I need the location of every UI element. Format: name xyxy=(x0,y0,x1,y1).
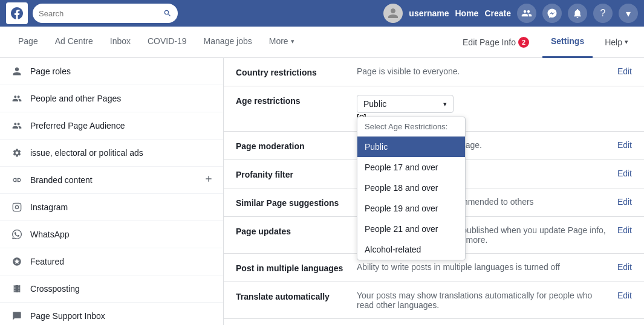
help-icon[interactable]: ? xyxy=(593,4,613,23)
top-navigation: username Home Create ? ▾ xyxy=(0,0,644,27)
settings-tab[interactable]: Settings xyxy=(542,27,593,58)
dropdown-option-people-19[interactable]: People 19 and over xyxy=(357,198,465,219)
sidebar-item-page-support-inbox[interactable]: Page Support Inbox xyxy=(0,303,223,325)
facebook-logo xyxy=(6,2,28,24)
settings-label-post-multiple-languages: Post in multiple languages xyxy=(236,262,357,273)
settings-edit-profanity-filter[interactable]: Edit xyxy=(608,169,632,178)
sidebar-item-instagram[interactable]: Instagram xyxy=(0,194,223,221)
sidebar-label-branded-content: Branded content xyxy=(30,175,93,185)
settings-value-post-multiple-languages: Ability to write posts in multiple langu… xyxy=(357,262,608,272)
sidebar-item-featured[interactable]: Featured xyxy=(0,248,223,275)
settings-edit-page-moderation[interactable]: Edit xyxy=(608,140,632,150)
sidebar-icon-instagram xyxy=(10,200,24,214)
dropdown-caret-icon: ▾ xyxy=(443,100,447,108)
settings-row-age-restrictions: Age restrictionsPublic▾[?]Select Age Res… xyxy=(224,86,644,132)
dropdown-option-people-17[interactable]: People 17 and over xyxy=(357,157,465,178)
nav-item-covid[interactable]: COVID-19 xyxy=(139,27,195,58)
sidebar-label-featured: Featured xyxy=(30,257,64,266)
dropdown-option-alcohol-related[interactable]: Alcohol-related xyxy=(357,239,465,260)
svg-point-1 xyxy=(15,205,18,208)
sidebar-icon-featured xyxy=(10,254,24,269)
nav-item-inbox[interactable]: Inbox xyxy=(102,27,139,58)
sidebar: Page rolesPeople and other PagesPreferre… xyxy=(0,58,224,325)
settings-edit-similar-page-suggestions[interactable]: Edit xyxy=(608,197,632,207)
sidebar-icon-people-other-pages xyxy=(10,91,24,106)
settings-edit-post-multiple-languages[interactable]: Edit xyxy=(608,262,632,272)
sidebar-item-issue-electoral[interactable]: issue, electoral or political ads xyxy=(0,140,223,167)
sidebar-label-preferred-page-audience: Preferred Page Audience xyxy=(30,121,125,130)
sidebar-icon-whatsapp xyxy=(10,227,24,242)
edit-page-button[interactable]: Edit Page Info 2 xyxy=(455,33,536,51)
content-area: Country restrictionsPage is visible to e… xyxy=(224,58,644,325)
friends-icon[interactable] xyxy=(517,4,536,23)
age-restrictions-dropdown-menu: Select Age Restrictions:PublicPeople 17 … xyxy=(357,117,466,260)
sidebar-icon-issue-electoral xyxy=(10,146,24,160)
dropdown-option-public[interactable]: Public xyxy=(357,137,465,157)
settings-label-profanity-filter: Profanity filter xyxy=(236,169,357,179)
main-layout: Page rolesPeople and other PagesPreferre… xyxy=(0,58,644,325)
sidebar-icon-crossposting xyxy=(10,282,24,296)
edit-page-badge: 2 xyxy=(518,37,529,48)
sidebar-label-whatsapp: WhatsApp xyxy=(30,230,70,239)
sidebar-label-crossposting: Crossposting xyxy=(30,284,80,294)
sidebar-label-page-support-inbox: Page Support Inbox xyxy=(30,311,105,321)
age-value-area: Public▾[?]Select Age Restrictions:Public… xyxy=(357,95,632,123)
settings-value-country-restrictions: Page is visible to everyone. xyxy=(357,66,608,76)
settings-table: Country restrictionsPage is visible to e… xyxy=(224,58,644,325)
dropdown-option-people-21[interactable]: People 21 and over xyxy=(357,219,465,239)
sidebar-item-page-roles[interactable]: Page roles xyxy=(0,58,223,85)
age-restrictions-label: Age restrictions xyxy=(236,95,357,106)
age-restrictions-dropdown[interactable]: Public▾ xyxy=(357,95,454,113)
notifications-icon[interactable] xyxy=(568,4,587,23)
settings-value-translate-automatically: Your posts may show translations automat… xyxy=(357,291,608,310)
nav-item-ad-centre[interactable]: Ad Centre xyxy=(47,27,102,58)
sidebar-icon-page-roles xyxy=(10,64,24,79)
settings-label-translate-automatically: Translate automatically xyxy=(236,291,357,301)
create-link[interactable]: Create xyxy=(484,8,511,18)
settings-label-similar-page-suggestions: Similar Page suggestions xyxy=(236,197,357,208)
sidebar-add-branded-content[interactable] xyxy=(204,174,213,187)
sidebar-item-branded-content[interactable]: Branded content xyxy=(0,167,223,194)
search-input[interactable] xyxy=(39,9,163,18)
page-navigation: Page Ad Centre Inbox COVID-19 Manage job… xyxy=(0,27,644,58)
sidebar-label-instagram: Instagram xyxy=(30,202,68,212)
more-chevron-icon: ▾ xyxy=(291,37,294,45)
account-chevron-icon[interactable]: ▾ xyxy=(619,4,638,23)
settings-row-translate-automatically: Translate automaticallyYour posts may sh… xyxy=(224,282,644,319)
help-chevron-icon: ▾ xyxy=(625,38,628,46)
search-bar[interactable] xyxy=(33,4,178,23)
sidebar-item-preferred-page-audience[interactable]: Preferred Page Audience xyxy=(0,112,223,140)
username-link[interactable]: username xyxy=(409,8,449,18)
sidebar-label-people-other-pages: People and other Pages xyxy=(30,94,121,103)
nav-item-manage-jobs[interactable]: Manage jobs xyxy=(195,27,261,58)
sidebar-icon-branded-content xyxy=(10,173,24,187)
avatar xyxy=(383,4,403,23)
svg-point-2 xyxy=(19,205,19,205)
svg-rect-0 xyxy=(13,203,21,211)
nav-item-more[interactable]: More ▾ xyxy=(261,27,303,58)
settings-edit-page-updates[interactable]: Edit xyxy=(608,225,632,235)
sidebar-icon-page-support-inbox xyxy=(10,309,24,323)
settings-edit-country-restrictions[interactable]: Edit xyxy=(608,66,632,76)
top-nav-right: username Home Create ? ▾ xyxy=(383,4,638,23)
sidebar-label-issue-electoral: issue, electoral or political ads xyxy=(30,148,143,158)
settings-row-comment-ranking: Comment rankingMost relevant comments ar… xyxy=(224,319,644,325)
settings-label-country-restrictions: Country restrictions xyxy=(236,66,357,77)
settings-edit-translate-automatically[interactable]: Edit xyxy=(608,291,632,300)
sidebar-item-crossposting[interactable]: Crossposting xyxy=(0,275,223,303)
page-nav-left: Page Ad Centre Inbox COVID-19 Manage job… xyxy=(10,27,303,58)
dropdown-option-people-18[interactable]: People 18 and over xyxy=(357,178,465,198)
sidebar-label-page-roles: Page roles xyxy=(30,66,71,76)
dropdown-header: Select Age Restrictions: xyxy=(357,117,465,137)
help-button[interactable]: Help ▾ xyxy=(599,34,634,51)
sidebar-item-whatsapp[interactable]: WhatsApp xyxy=(0,221,223,248)
settings-row-country-restrictions: Country restrictionsPage is visible to e… xyxy=(224,58,644,86)
sidebar-item-people-other-pages[interactable]: People and other Pages xyxy=(0,85,223,112)
messenger-icon[interactable] xyxy=(542,4,562,23)
nav-item-page[interactable]: Page xyxy=(10,27,47,58)
settings-label-page-updates: Page updates xyxy=(236,225,357,236)
settings-label-page-moderation: Page moderation xyxy=(236,140,357,151)
search-button[interactable] xyxy=(163,9,172,18)
sidebar-icon-preferred-page-audience xyxy=(10,118,24,133)
home-link[interactable]: Home xyxy=(455,8,479,18)
